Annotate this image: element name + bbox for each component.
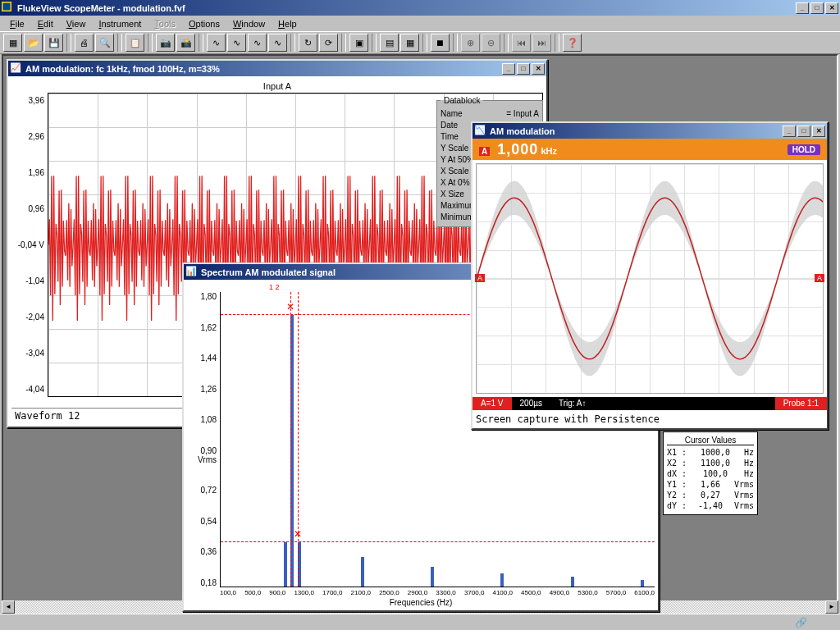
toolbar-help-pointer[interactable]: ❓ <box>563 34 582 52</box>
connection-icon: 🔗 <box>762 617 840 628</box>
modulation-close[interactable]: ✕ <box>812 126 825 137</box>
spec-ytick: 1,62 <box>187 323 217 332</box>
spectrum-x-axis: 100,0500,0900,01300,01700,02100,02500,02… <box>187 587 655 596</box>
modulation-scope[interactable]: A A <box>476 163 824 394</box>
menu-window[interactable]: Window <box>226 17 272 30</box>
spec-ytick: 1,26 <box>187 385 217 394</box>
menu-options[interactable]: Options <box>182 17 226 30</box>
channel-badge: A <box>479 147 490 156</box>
wave-ytick: -3,04 <box>11 349 44 358</box>
readout-value: 1,000 <box>497 141 538 158</box>
spec-xtick: 4900,0 <box>550 589 569 596</box>
menu-instrument[interactable]: Instrument <box>92 17 148 30</box>
wave-ytick: 1,96 <box>11 168 44 177</box>
app-icon <box>2 2 15 15</box>
menu-file[interactable]: File <box>3 17 31 30</box>
toolbar-print-preview[interactable]: 🔍 <box>95 34 114 52</box>
spectrum-bar <box>571 577 574 587</box>
modulation-max[interactable]: □ <box>797 126 810 137</box>
minimize-button[interactable]: _ <box>796 2 809 14</box>
wave-ytick: -4,04 <box>11 385 44 394</box>
toolbar-replay-alt[interactable]: ⟳ <box>319 34 338 52</box>
menu-edit[interactable]: Edit <box>31 17 60 30</box>
spec-xtick: 6100,0 <box>634 589 654 596</box>
toolbar-zoom-in[interactable]: ⊕ <box>461 34 480 52</box>
toolbar-tile[interactable]: ▤ <box>380 34 399 52</box>
toolbar-zoom-out[interactable]: ⊖ <box>482 34 500 52</box>
hold-badge: HOLD <box>788 144 820 155</box>
amplitude-seg: A=1 V <box>472 397 512 410</box>
waveform-y-axis: 3,962,961,960,96-0,04 V-1,04-2,04-3,04-4… <box>11 93 48 397</box>
menu-tools: Tools <box>148 17 182 30</box>
waveform-min[interactable]: _ <box>502 63 515 75</box>
spec-ytick: 0,18 <box>187 578 217 587</box>
menu-view[interactable]: View <box>60 17 93 30</box>
spec-xtick: 4100,0 <box>492 589 512 596</box>
waveform-input-label: Input A <box>11 80 543 93</box>
cursor-value-row: Y1 :1,66Vrms <box>667 479 754 490</box>
spec-xtick: 2900,0 <box>408 589 427 596</box>
spec-xtick: 500,0 <box>244 589 261 596</box>
toolbar-print[interactable]: 🖨 <box>75 34 94 52</box>
modulation-status-bar: A=1 V 200µs Trig: A↑ Probe 1:1 <box>472 397 827 410</box>
modulation-titlebar[interactable]: 📉 AM modulation _ □ ✕ <box>472 123 827 139</box>
toolbar-first[interactable]: ⏮ <box>512 34 531 52</box>
menu-bar: File Edit View Instrument Tools Options … <box>0 16 840 31</box>
toolbar-open[interactable]: 📂 <box>24 34 43 52</box>
cursor-value-row: dY :-1,40Vrms <box>667 500 754 511</box>
modulation-min[interactable]: _ <box>783 126 796 137</box>
toolbar-stop[interactable]: ⏹ <box>431 34 450 52</box>
toolbar-save[interactable]: 💾 <box>44 34 63 52</box>
timebase-seg: 200µs <box>512 397 550 410</box>
toolbar-replay[interactable]: ↻ <box>299 34 317 52</box>
toolbar-camera-alt[interactable]: 📸 <box>176 34 195 52</box>
window-modulation: 📉 AM modulation _ □ ✕ A 1,000 kHz HOLD A… <box>471 121 829 430</box>
toolbar-wave-a[interactable]: ∿ <box>207 34 226 52</box>
scroll-left-button[interactable]: ◄ <box>2 600 15 614</box>
waveform-title: AM modulation: fc 1kHz, fmod 100Hz, m=33… <box>25 64 502 74</box>
toolbar-camera[interactable]: 📷 <box>156 34 175 52</box>
scroll-right-button[interactable]: ► <box>825 600 838 614</box>
toolbar-window-cascade[interactable]: ▣ <box>349 34 368 52</box>
cursor-value-row: dX :100,0Hz <box>667 468 754 479</box>
spec-xtick: 100,0 <box>220 589 236 596</box>
app-title: FlukeView ScopeMeter - modulation.fvf <box>17 3 796 13</box>
cursor-marker-icon: ✕ <box>294 530 302 538</box>
toolbar-last[interactable]: ⏭ <box>532 34 551 52</box>
spec-xtick: 4500,0 <box>521 589 541 596</box>
toolbar-wave-full[interactable]: ∿ <box>268 34 287 52</box>
spectrum-icon: 📊 <box>185 266 199 279</box>
mdi-workspace: 📈 AM modulation: fc 1kHz, fmod 100Hz, m=… <box>2 54 838 612</box>
toolbar: ▦📂💾🖨🔍📋📷📸∿∿∿∿↻⟳▣▤▦⏹⊕⊖⏮⏭❓ <box>0 31 840 54</box>
close-button[interactable]: ✕ <box>825 2 838 14</box>
toolbar-copy[interactable]: 📋 <box>126 34 144 52</box>
spec-xtick: 5700,0 <box>606 589 626 596</box>
wave-ytick: 3,96 <box>11 96 44 105</box>
spectrum-x-label: Frequencies (Hz) <box>187 596 655 607</box>
cursor-values-header: Cursor Values <box>667 436 754 445</box>
spec-ytick: 1,08 <box>187 415 217 424</box>
spectrum-hcursor-2 <box>221 541 655 542</box>
spec-xtick: 5300,0 <box>578 589 597 596</box>
modulation-icon: 📉 <box>474 125 487 138</box>
readout-unit: kHz <box>541 146 557 156</box>
toolbar-wave-ab[interactable]: ∿ <box>248 34 267 52</box>
wave-ytick: -1,04 <box>11 276 44 285</box>
toolbar-grid[interactable]: ▦ <box>400 34 419 52</box>
spec-xtick: 3700,0 <box>464 589 484 596</box>
app-titlebar: FlukeView ScopeMeter - modulation.fvf _ … <box>0 0 840 16</box>
waveform-max[interactable]: □ <box>517 63 530 75</box>
toolbar-wave-half[interactable]: ∿ <box>227 34 246 52</box>
maximize-button[interactable]: □ <box>810 2 824 14</box>
wave-ytick: -0,04 V <box>11 240 44 249</box>
menu-help[interactable]: Help <box>272 17 304 30</box>
waveform-close[interactable]: ✕ <box>532 63 545 75</box>
toolbar-new-doc[interactable]: ▦ <box>3 34 22 52</box>
svg-rect-1 <box>3 2 11 10</box>
cursor-value-row: X2 :1100,0Hz <box>667 458 754 468</box>
spectrum-bar <box>641 580 644 587</box>
spec-ytick: 0,90 Vrms <box>187 446 217 464</box>
spec-xtick: 900,0 <box>269 589 285 596</box>
wave-ytick: -2,04 <box>11 313 44 322</box>
waveform-titlebar[interactable]: 📈 AM modulation: fc 1kHz, fmod 100Hz, m=… <box>8 61 546 76</box>
